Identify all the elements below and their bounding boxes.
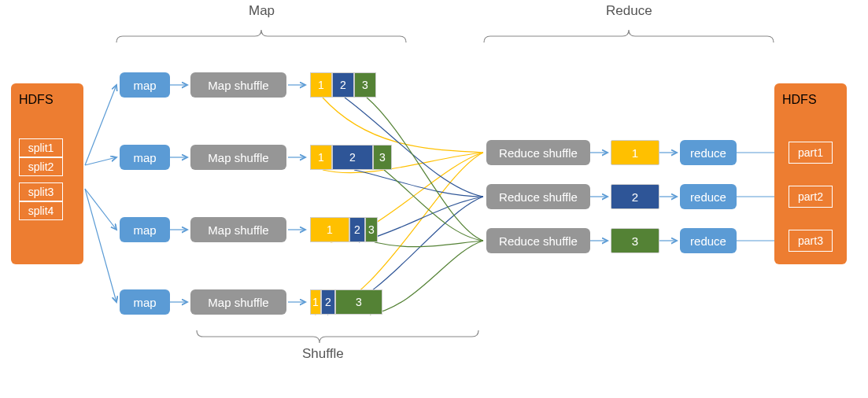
connector-lines: [0, 0, 868, 398]
svg-line-3: [85, 189, 116, 302]
map-task: map: [120, 289, 170, 315]
svg-line-0: [85, 85, 116, 165]
hdfs-input-title: HDFS: [19, 93, 54, 107]
partition-segment: 1: [310, 145, 332, 170]
map-task: map: [120, 72, 170, 98]
reduce-section-label: Reduce: [606, 3, 652, 19]
partition-segment: 1: [310, 217, 349, 242]
part-item: part1: [789, 142, 833, 164]
partition-segment: 2: [332, 145, 373, 170]
map-section-label: Map: [249, 3, 275, 19]
hdfs-input-block: HDFS split1 split2 split3 split4: [11, 83, 83, 264]
partition-segment: 3: [373, 145, 392, 170]
partition-segment: 2: [349, 217, 365, 242]
map-task: map: [120, 145, 170, 170]
partition-segment: 2: [321, 289, 335, 315]
reduce-task: reduce: [680, 140, 737, 165]
partition-segment: 3: [335, 289, 382, 315]
partition-segment: 2: [332, 72, 354, 98]
map-shuffle-task: Map shuffle: [190, 145, 286, 170]
reduce-shuffle-task: Reduce shuffle: [486, 184, 590, 209]
reduce-shuffle-task: Reduce shuffle: [486, 140, 590, 165]
split-item: split1: [19, 138, 63, 157]
partition-segment: 1: [310, 72, 332, 98]
hdfs-output-title: HDFS: [782, 93, 817, 107]
map-shuffle-task: Map shuffle: [190, 72, 286, 98]
map-shuffle-task: Map shuffle: [190, 289, 286, 315]
svg-line-2: [85, 189, 116, 230]
reduce-partition: 2: [611, 184, 659, 209]
split-item: split3: [19, 182, 63, 201]
map-shuffle-task: Map shuffle: [190, 217, 286, 242]
reduce-partition: 1: [611, 140, 659, 165]
reduce-task: reduce: [680, 184, 737, 209]
reduce-partition: 3: [611, 228, 659, 253]
reduce-shuffle-task: Reduce shuffle: [486, 228, 590, 253]
partition-segment: 3: [365, 217, 378, 242]
part-item: part2: [789, 186, 833, 208]
svg-line-1: [85, 157, 116, 165]
partition-segment: 3: [354, 72, 376, 98]
map-task: map: [120, 217, 170, 242]
hdfs-output-block: HDFS part1 part2 part3: [774, 83, 847, 264]
reduce-task: reduce: [680, 228, 737, 253]
part-item: part3: [789, 230, 833, 252]
partition-segment: 1: [310, 289, 321, 315]
split-item: split2: [19, 157, 63, 176]
split-item: split4: [19, 201, 63, 220]
shuffle-section-label: Shuffle: [302, 346, 344, 362]
